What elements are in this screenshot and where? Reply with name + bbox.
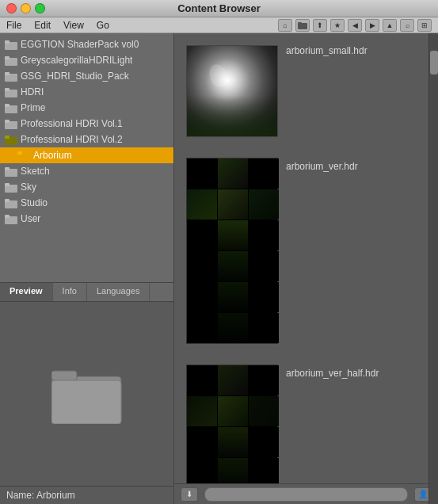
titlebar: Content Browser xyxy=(0,0,438,17)
bookmark-icon[interactable]: ★ xyxy=(330,19,345,32)
file-item-arborium-small[interactable]: arborium_small.hdr xyxy=(182,41,424,141)
folder-icon-user xyxy=(5,214,17,224)
save-icon[interactable]: ⬆ xyxy=(313,19,327,32)
folder-icon-sky xyxy=(5,182,17,193)
svg-rect-21 xyxy=(5,183,10,186)
options-icon[interactable]: ⊞ xyxy=(417,19,432,32)
svg-rect-9 xyxy=(5,88,10,91)
svg-rect-27 xyxy=(51,371,77,380)
traffic-lights xyxy=(6,3,45,13)
vertical-scrollbar[interactable] xyxy=(428,33,438,504)
tree-label-gsg: GSG_HDRI_Studio_Pack xyxy=(21,71,129,82)
svg-rect-7 xyxy=(5,72,10,75)
home-icon[interactable]: ⌂ xyxy=(278,19,292,32)
menu-go[interactable]: Go xyxy=(97,20,109,31)
folder-icon-gsg xyxy=(5,71,17,82)
tree-label-user: User xyxy=(21,213,40,224)
scrollbar-thumb[interactable] xyxy=(430,51,438,74)
tab-info[interactable]: Info xyxy=(53,283,87,301)
tab-preview[interactable]: Preview xyxy=(0,283,53,301)
tree-item-user[interactable]: User xyxy=(0,211,173,227)
thumb-arborium-ver-half xyxy=(186,365,278,483)
svg-rect-23 xyxy=(5,199,10,202)
file-list[interactable]: arborium_small.hdr xyxy=(174,33,438,483)
tree-item-prime[interactable]: Prime xyxy=(0,100,173,116)
tree-label-pro1: Professional HDRI Vol.1 xyxy=(21,118,123,129)
name-label: Name: xyxy=(6,490,34,501)
folder-icon-pro1 xyxy=(5,119,17,129)
folder-icon-prime xyxy=(5,103,17,113)
menubar: File Edit View Go ⌂ ⬆ ★ ◀ ▶ ▲ ⌕ ⊞ xyxy=(0,17,438,33)
file-item-arborium-ver-half[interactable]: arborium_ver_half.hdr xyxy=(182,361,424,483)
folder-icon-greyscale xyxy=(5,55,17,66)
close-button[interactable] xyxy=(6,3,17,13)
svg-rect-19 xyxy=(5,167,10,170)
folder-icon-btn[interactable] xyxy=(295,19,310,32)
thumb-arborium-small xyxy=(186,45,278,137)
filename-arborium-ver-half: arborium_ver_half.hdr xyxy=(286,368,379,379)
tree-item-studio[interactable]: Studio xyxy=(0,195,173,211)
folder-icon-studio xyxy=(5,198,17,208)
folder-icon-sketch xyxy=(5,166,17,177)
toolbar-area: ⌂ ⬆ ★ ◀ ▶ ▲ ⌕ ⊞ xyxy=(278,19,432,32)
tree-item-eggtion[interactable]: EGGTION ShaderPack vol0 xyxy=(0,36,173,52)
footer-search-input[interactable] xyxy=(204,487,408,502)
folder-icon-arborium xyxy=(17,151,30,161)
preview-content xyxy=(0,302,173,486)
svg-rect-11 xyxy=(5,104,10,107)
tree-item-greyscale[interactable]: GreyscalegorillaHDRILight xyxy=(0,52,173,68)
tree-label-eggtion: EGGTION ShaderPack vol0 xyxy=(21,39,139,50)
svg-rect-25 xyxy=(5,215,10,218)
svg-rect-3 xyxy=(5,40,10,44)
tree-label-greyscale: GreyscalegorillaHDRILight xyxy=(21,55,132,66)
tree-label-sketch: Sketch xyxy=(21,166,50,177)
up-icon[interactable]: ▲ xyxy=(383,19,397,32)
menu-edit[interactable]: Edit xyxy=(34,20,51,31)
file-item-arborium-ver[interactable]: arborium_ver.hdr xyxy=(182,154,424,348)
tree-label-studio: Studio xyxy=(21,197,48,208)
thumb-arborium-ver xyxy=(186,158,278,344)
maximize-button[interactable] xyxy=(35,3,45,13)
folder-icon-eggtion xyxy=(5,40,17,50)
folder-preview-icon xyxy=(51,365,123,424)
svg-rect-5 xyxy=(5,56,10,59)
footer-left-btn[interactable]: ⬇ xyxy=(181,487,198,502)
search-icon[interactable]: ⌕ xyxy=(400,19,414,32)
window-title: Content Browser xyxy=(177,2,261,14)
back-icon[interactable]: ◀ xyxy=(348,19,362,32)
folder-icon-pro2 xyxy=(5,135,17,145)
menu-view[interactable]: View xyxy=(63,20,84,31)
tab-languages[interactable]: Languages xyxy=(87,283,150,301)
right-footer: ⬇ 👤 xyxy=(174,483,438,504)
left-panel: EGGTION ShaderPack vol0 Greyscalegorilla… xyxy=(0,33,174,504)
tab-bar: Preview Info Languages xyxy=(0,283,173,302)
file-tree[interactable]: EGGTION ShaderPack vol0 Greyscalegorilla… xyxy=(0,33,173,282)
tree-label-arborium: Arborium xyxy=(33,150,72,161)
tree-label-hdri: HDRI xyxy=(21,86,44,97)
tree-item-gsg[interactable]: GSG_HDRI_Studio_Pack xyxy=(0,68,173,84)
tree-item-pro1[interactable]: Professional HDRI Vol.1 xyxy=(0,116,173,132)
filename-arborium-ver: arborium_ver.hdr xyxy=(286,161,358,172)
svg-rect-13 xyxy=(5,120,10,123)
tree-item-hdri[interactable]: HDRI xyxy=(0,84,173,100)
folder-icon-hdri xyxy=(5,87,17,97)
tree-item-pro2[interactable]: Professional HDRI Vol.2 xyxy=(0,132,173,147)
minimize-button[interactable] xyxy=(21,3,31,13)
preview-name: Name: Arborium xyxy=(0,486,173,504)
preview-panel: Preview Info Languages xyxy=(0,282,173,504)
svg-rect-28 xyxy=(51,380,121,424)
tree-label-pro2: Professional HDRI Vol.2 xyxy=(21,134,123,145)
tree-item-sketch[interactable]: Sketch xyxy=(0,163,173,179)
filename-arborium-small: arborium_small.hdr xyxy=(286,45,368,56)
svg-rect-17 xyxy=(17,151,22,155)
tree-item-arborium[interactable]: Arborium xyxy=(0,147,173,163)
svg-rect-1 xyxy=(298,22,302,25)
svg-rect-15 xyxy=(5,136,10,139)
main-layout: EGGTION ShaderPack vol0 Greyscalegorilla… xyxy=(0,33,438,504)
tree-label-prime: Prime xyxy=(21,102,45,113)
tree-label-sky: Sky xyxy=(21,181,36,193)
menu-file[interactable]: File xyxy=(6,20,21,31)
tree-item-sky[interactable]: Sky xyxy=(0,179,173,195)
right-panel: arborium_small.hdr xyxy=(174,33,438,504)
forward-icon[interactable]: ▶ xyxy=(365,19,379,32)
